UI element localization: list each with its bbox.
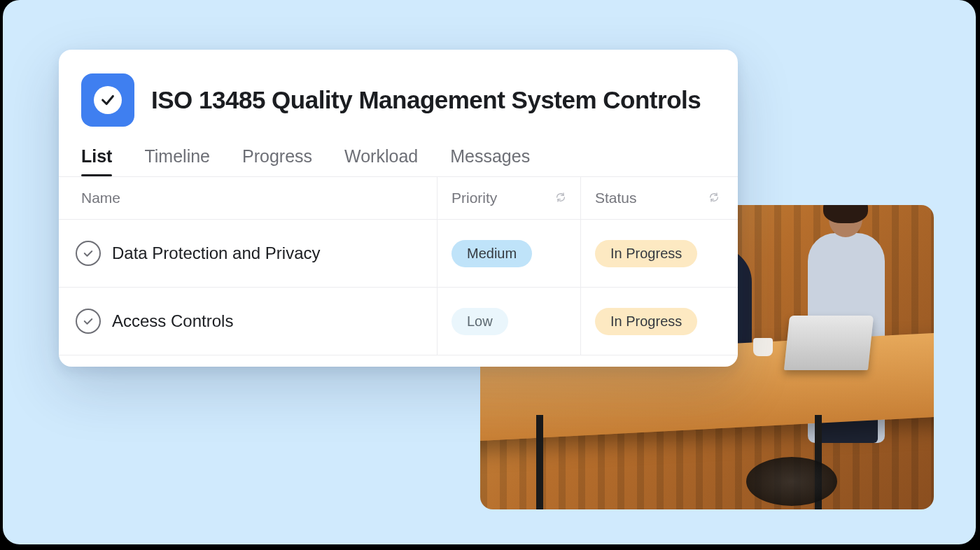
column-header-status[interactable]: Status — [580, 177, 738, 219]
refresh-icon[interactable] — [708, 190, 720, 206]
column-header-priority-label: Priority — [451, 190, 497, 206]
column-header-name[interactable]: Name — [59, 177, 437, 219]
check-icon — [100, 92, 115, 108]
card-header: ISO 13485 Quality Management System Cont… — [59, 50, 738, 139]
task-name: Access Controls — [112, 311, 233, 331]
tab-workload[interactable]: Workload — [344, 139, 418, 176]
priority-pill[interactable]: Medium — [451, 240, 532, 267]
status-cell[interactable]: In Progress — [580, 288, 738, 355]
task-name-cell[interactable]: Access Controls — [59, 309, 437, 334]
priority-cell[interactable]: Low — [437, 288, 580, 355]
tabs: ListTimelineProgressWorkloadMessages — [59, 139, 738, 176]
task-name: Data Protection and Privacy — [112, 244, 320, 263]
status-pill[interactable]: In Progress — [595, 240, 697, 267]
tab-timeline[interactable]: Timeline — [144, 139, 210, 176]
tab-messages[interactable]: Messages — [450, 139, 530, 176]
task-table: Name Priority Status Data Protection and… — [59, 176, 738, 355]
tab-list[interactable]: List — [81, 139, 112, 176]
project-icon — [81, 73, 134, 127]
project-card: ISO 13485 Quality Management System Cont… — [59, 50, 738, 367]
table-row[interactable]: Access ControlsLowIn Progress — [59, 288, 738, 355]
page-title: ISO 13485 Quality Management System Cont… — [151, 86, 701, 114]
status-cell[interactable]: In Progress — [580, 220, 738, 287]
column-header-priority[interactable]: Priority — [437, 177, 580, 219]
priority-cell[interactable]: Medium — [437, 220, 580, 287]
status-pill[interactable]: In Progress — [595, 308, 697, 335]
priority-pill[interactable]: Low — [451, 308, 508, 335]
complete-checkbox[interactable] — [76, 309, 101, 334]
refresh-icon[interactable] — [555, 190, 566, 206]
canvas-background: ISO 13485 Quality Management System Cont… — [3, 0, 976, 544]
tab-progress[interactable]: Progress — [242, 139, 312, 176]
column-header-status-label: Status — [595, 190, 637, 206]
complete-checkbox[interactable] — [76, 241, 101, 266]
table-header-row: Name Priority Status — [59, 176, 738, 220]
table-row[interactable]: Data Protection and PrivacyMediumIn Prog… — [59, 220, 738, 288]
task-name-cell[interactable]: Data Protection and Privacy — [59, 241, 437, 266]
